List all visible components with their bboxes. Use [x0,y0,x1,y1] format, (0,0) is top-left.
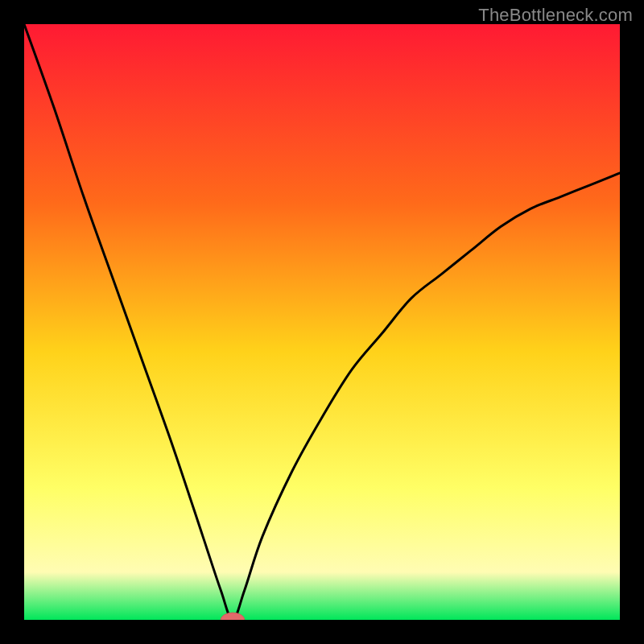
watermark-text: TheBottleneck.com [478,5,633,26]
chart-frame: TheBottleneck.com [0,0,644,644]
chart-svg [24,24,620,620]
plot-area [24,24,620,620]
gradient-bg [24,24,620,620]
